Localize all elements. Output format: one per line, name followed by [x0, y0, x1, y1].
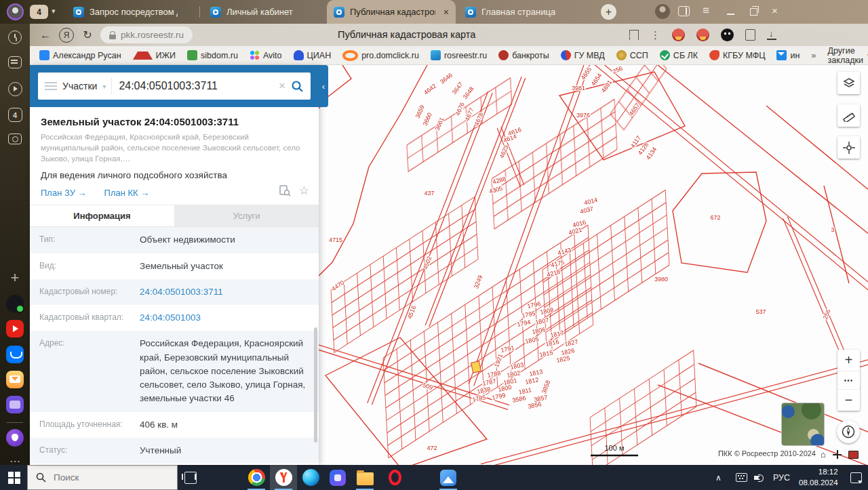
bookmark-mfc[interactable]: КГБУ МФЦ [709, 50, 765, 60]
tab-public-cadastral-map-active[interactable]: Публичная кадастрова × [327, 0, 456, 24]
tab-counter-chevron-icon[interactable]: ▾ [52, 7, 56, 16]
window-minimize-button[interactable] [727, 7, 735, 16]
tray-hidden-icons[interactable]: ∧ [715, 465, 722, 490]
extension-icon-1[interactable] [672, 28, 685, 41]
doc-search-icon[interactable] [279, 185, 291, 197]
bookmark-rosreestr[interactable]: rosreestr.ru [431, 50, 487, 60]
add-panel-icon[interactable]: + [0, 269, 30, 287]
zoom-out-button[interactable]: − [837, 390, 860, 411]
extension-icon-2[interactable] [696, 28, 709, 41]
user-avatar-small[interactable] [655, 4, 670, 19]
bookmarks-overflow-icon[interactable]: » [811, 50, 816, 60]
taskbar-designer[interactable] [324, 465, 351, 490]
extension-icon-3[interactable] [721, 28, 734, 41]
bookmark-izhi[interactable]: ИЖИ [133, 51, 176, 60]
screenshot-icon[interactable] [0, 134, 30, 144]
cadastral-block-link[interactable]: 24:04:0501003 [140, 311, 201, 325]
taskbar-photos[interactable] [435, 465, 462, 490]
taskbar-search-input[interactable] [52, 472, 157, 483]
panel-collapse-button[interactable]: ‹ [319, 65, 328, 107]
bookmark-mail[interactable]: ин [776, 50, 800, 60]
tab-counter[interactable]: 4 [30, 5, 48, 19]
bookmark-avito[interactable]: Avito [250, 50, 282, 60]
taskbar-opera[interactable] [381, 465, 408, 490]
bookmark-domclick[interactable]: pro.domclick.ru [342, 50, 419, 61]
tab-zapros[interactable]: Запрос посредством дост [66, 0, 198, 24]
kinopoisk-icon[interactable] [0, 396, 30, 413]
taskbar-yandex-browser[interactable] [270, 465, 297, 490]
other-bookmarks-button[interactable]: Другие закладки ▾ [828, 46, 868, 65]
bookmark-bankroty[interactable]: банкроты [498, 50, 549, 60]
alice-icon[interactable] [0, 429, 30, 447]
panel-scrollbar[interactable] [314, 327, 317, 443]
clock[interactable]: 18:12 08.08.2024 [799, 465, 838, 490]
keyboard-icon[interactable] [736, 465, 747, 490]
feed-icon[interactable] [0, 56, 30, 68]
messenger-icon[interactable] [0, 295, 30, 312]
tabs-panel-icon[interactable]: 4 [0, 108, 30, 122]
window-restore-button[interactable] [750, 7, 758, 16]
taskbar-edge[interactable] [297, 465, 324, 490]
search-input[interactable] [117, 79, 273, 93]
profile-avatar[interactable] [7, 3, 24, 20]
bookmark-sblk[interactable]: СБ ЛК [660, 50, 698, 60]
back-icon[interactable]: ← [35, 29, 56, 41]
favorite-star-icon[interactable]: ☆ [299, 184, 309, 198]
cadastral-number-link[interactable]: 24:04:0501003:3711 [140, 285, 223, 299]
task-view-icon[interactable] [184, 472, 197, 484]
tab-lichny-kabinet[interactable]: Личный кабинет [203, 0, 324, 24]
yandex-home-icon[interactable]: Я [59, 28, 74, 43]
browser-menu-icon[interactable]: ≡ [703, 4, 709, 18]
side-panel-icon[interactable] [678, 6, 690, 16]
collections-icon[interactable] [745, 29, 755, 41]
taskbar-search[interactable] [27, 465, 178, 490]
tab-glavnaya[interactable]: Главная страница [458, 0, 591, 24]
search-icon[interactable] [291, 80, 304, 93]
zoom-in-button[interactable]: + [837, 350, 860, 371]
tab-close-icon[interactable]: × [443, 7, 449, 18]
parcel-info-panel: Участки ▾ × ‹ Земельный участок 24:04:05… [30, 65, 319, 465]
action-center-icon[interactable] [850, 465, 862, 490]
screen-icon[interactable] [848, 451, 859, 459]
menu-icon[interactable] [45, 82, 57, 90]
taskbar-chrome[interactable] [243, 465, 270, 490]
download-icon[interactable] [767, 30, 776, 40]
search-category-select[interactable]: Участки [62, 81, 97, 91]
selected-parcel[interactable] [471, 361, 481, 373]
measure-button[interactable] [837, 104, 860, 127]
compass-icon [842, 425, 855, 438]
category-chevron-icon[interactable]: ▾ [102, 83, 106, 90]
vk-app-icon[interactable] [0, 346, 30, 363]
bookmark-vk[interactable]: Александр Русан [39, 50, 121, 60]
tab-information[interactable]: Информация [30, 205, 174, 226]
locate-point-button[interactable] [837, 136, 860, 159]
bookmark-sibdom[interactable]: sibdom.ru [187, 50, 238, 60]
volume-icon[interactable] [754, 465, 764, 490]
url-field[interactable]: pkk.rosreestr.ru [100, 26, 193, 43]
language-indicator[interactable]: РУС [773, 465, 790, 490]
more-options-icon[interactable]: ⋮ [650, 29, 660, 41]
layers-button[interactable] [837, 72, 860, 94]
video-icon[interactable] [0, 82, 30, 96]
window-close-button[interactable]: × [772, 5, 778, 16]
home-icon[interactable]: ⌂ [821, 449, 826, 460]
compass-button[interactable] [837, 420, 860, 443]
tab-services[interactable]: Услуги [174, 205, 319, 226]
yandex-mail-icon[interactable] [0, 371, 30, 388]
zoom-levels-button[interactable]: ••• [837, 371, 860, 390]
center-map-icon[interactable] [833, 450, 842, 459]
reload-icon[interactable]: ↻ [77, 28, 98, 41]
new-tab-button[interactable]: + [601, 4, 616, 20]
start-button[interactable] [8, 472, 20, 483]
clear-search-icon[interactable]: × [279, 79, 285, 93]
bookmark-ssp[interactable]: ССП [616, 50, 648, 60]
bookmark-gumvd[interactable]: ГУ МВД [561, 50, 605, 60]
taskbar-explorer[interactable] [351, 465, 378, 490]
plan-zu-link[interactable]: План ЗУ → [41, 188, 87, 198]
bookmark-cian[interactable]: ЦИАН [294, 50, 332, 60]
youtube-icon[interactable] [0, 320, 30, 338]
bookmark-flag-icon[interactable] [629, 30, 639, 40]
history-icon[interactable] [0, 30, 30, 44]
plan-kk-link[interactable]: План КК → [104, 188, 150, 198]
minimap-preview[interactable] [781, 403, 825, 446]
